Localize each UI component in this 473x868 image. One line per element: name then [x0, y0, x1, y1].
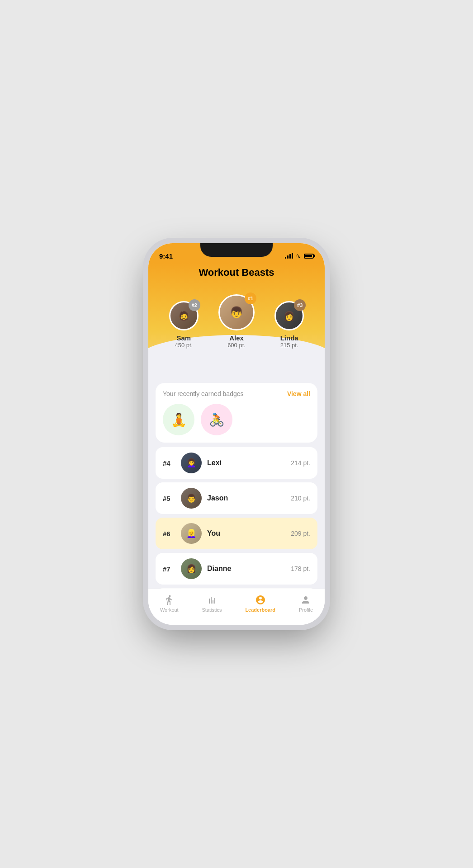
badges-list: 🧘 🚴 [163, 404, 310, 435]
lexi-avatar: 👩‍🦱 [181, 453, 202, 473]
sam-name: Sam [176, 334, 191, 342]
signal-icon [285, 253, 293, 259]
leaderboard-list: #4 👩‍🦱 Lexi 214 pt. #5 👨 Jason 210 pt. #… [156, 447, 317, 589]
nav-workout[interactable]: Workout [160, 594, 179, 613]
jason-rank: #5 [163, 495, 175, 502]
workout-label: Workout [160, 607, 179, 613]
badge-yoga: 🧘 [163, 404, 194, 435]
podium-second: 🧔 #2 Sam 450 pt. [157, 301, 210, 349]
badge-cycling: 🚴 [201, 404, 232, 435]
phone-frame: 9:41 ∿ Workout Beasts 🧔 #2 Sam 450 pt. [148, 243, 325, 625]
workout-icon [164, 594, 175, 605]
leaderboard-label: Leaderboard [245, 607, 275, 613]
linda-avatar-wrapper: 👩 #3 [274, 301, 304, 330]
status-icons: ∿ [285, 252, 314, 259]
lb-row-lexi: #4 👩‍🦱 Lexi 214 pt. [156, 447, 317, 479]
dianne-points: 178 pt. [291, 565, 310, 572]
jason-name: Jason [207, 494, 285, 502]
sam-avatar-wrapper: 🧔 #2 [169, 301, 199, 330]
alex-name: Alex [229, 334, 244, 342]
badges-card: Your recently earned badges View all 🧘 🚴 [156, 383, 317, 443]
nav-profile[interactable]: Profile [299, 594, 313, 613]
view-all-button[interactable]: View all [287, 390, 310, 397]
jason-points: 210 pt. [291, 495, 310, 502]
you-points: 209 pt. [291, 530, 310, 537]
you-rank: #6 [163, 530, 175, 538]
badges-header: Your recently earned badges View all [163, 390, 310, 397]
linda-rank-badge: #3 [294, 299, 306, 311]
podium: 🧔 #2 Sam 450 pt. 👦 #1 Alex 600 pt. 👩 [148, 288, 325, 349]
app-title: Workout Beasts [148, 267, 325, 278]
dianne-rank: #7 [163, 565, 175, 573]
dianne-name: Dianne [207, 565, 285, 573]
lexi-name: Lexi [207, 459, 285, 467]
wifi-icon: ∿ [296, 252, 301, 259]
you-avatar: 👱‍♀️ [181, 523, 202, 544]
battery-icon [304, 254, 314, 259]
alex-avatar-wrapper: 👦 #1 [218, 294, 255, 330]
podium-third: 👩 #3 Linda 215 pt. [263, 301, 316, 349]
lexi-points: 214 pt. [291, 459, 310, 467]
lb-row-jason: #5 👨 Jason 210 pt. [156, 482, 317, 514]
dianne-avatar: 👩 [181, 558, 202, 579]
notch [200, 243, 273, 257]
leaderboard-icon [255, 594, 266, 605]
lb-row-you: #6 👱‍♀️ You 209 pt. [156, 518, 317, 549]
nav-leaderboard[interactable]: Leaderboard [245, 594, 275, 613]
badges-title: Your recently earned badges [163, 390, 244, 397]
lb-row-dianne: #7 👩 Dianne 178 pt. [156, 553, 317, 585]
nav-statistics[interactable]: Statistics [202, 594, 222, 613]
bottom-nav: Workout Statistics Leaderboard Profile [148, 589, 325, 625]
main-content: Your recently earned badges View all 🧘 🚴… [148, 376, 325, 589]
sam-points: 450 pt. [175, 342, 193, 349]
status-time: 9:41 [159, 252, 173, 260]
header: Workout Beasts 🧔 #2 Sam 450 pt. 👦 #1 Ale… [148, 263, 325, 376]
linda-name: Linda [280, 334, 298, 342]
podium-first: 👦 #1 Alex 600 pt. [210, 294, 263, 349]
profile-label: Profile [299, 607, 313, 613]
profile-icon [300, 594, 311, 605]
alex-points: 600 pt. [227, 342, 246, 349]
linda-points: 215 pt. [280, 342, 298, 349]
jason-avatar: 👨 [181, 488, 202, 509]
alex-rank-badge: #1 [245, 292, 256, 304]
lexi-rank: #4 [163, 459, 175, 467]
sam-rank-badge: #2 [189, 299, 200, 311]
you-name: You [207, 529, 285, 538]
statistics-label: Statistics [202, 607, 222, 613]
statistics-icon [207, 594, 218, 605]
